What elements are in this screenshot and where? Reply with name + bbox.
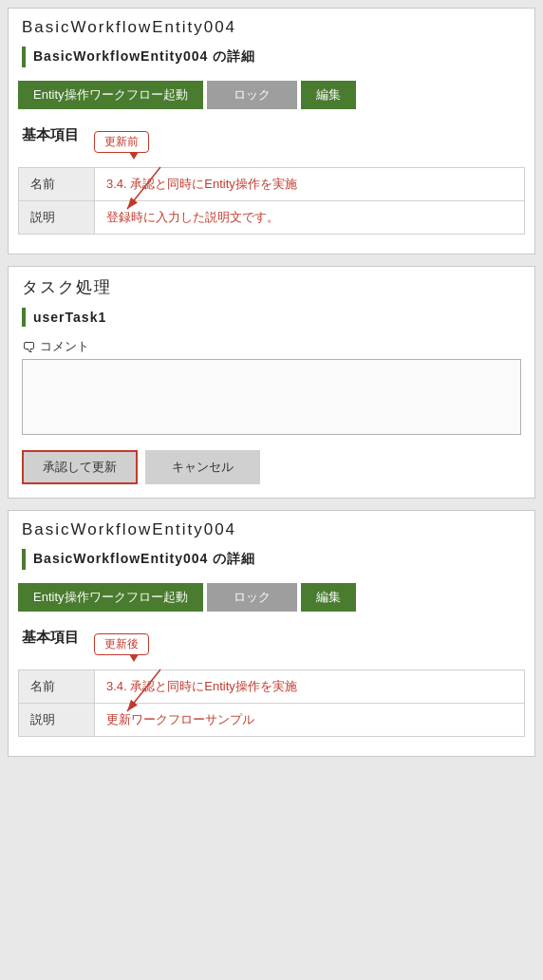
panel3-title: BasicWorkflowEntity004: [9, 511, 534, 545]
panel-after: BasicWorkflowEntity004 BasicWorkflowEnti…: [8, 510, 535, 757]
task-subtitle-bar: userTask1: [9, 304, 534, 334]
annotation-after-bubble: 更新後: [94, 633, 149, 655]
comment-icon: 🗨: [22, 339, 36, 355]
panel1-subtitle-bar: BasicWorkflowEntity004 の詳細: [9, 43, 534, 75]
panel1-table: 名前 3.4. 承認と同時にEntity操作を実施 説明 登録時に入力した説明文…: [18, 167, 525, 235]
task-title: タスク処理: [9, 267, 534, 304]
task-buttons: 承認して更新 キャンセル: [9, 444, 534, 498]
field-name-text: 3.4. 承認と同時にEntity操作を実施: [106, 177, 297, 191]
panel3-edit-button[interactable]: 編集: [301, 583, 356, 612]
panel3-fields-area: 更新後 名前 3.4. 承認と同時にEntity操作を実施 説明 更新ワークフロ…: [9, 652, 534, 756]
field-label-name-3: 名前: [19, 670, 95, 704]
field-value-name-3: 3.4. 承認と同時にEntity操作を実施: [95, 670, 525, 704]
field-label-name: 名前: [19, 168, 95, 201]
cancel-button[interactable]: キャンセル: [145, 450, 260, 484]
annotation-before-bubble: 更新前: [94, 131, 149, 153]
field-row-name: 名前 3.4. 承認と同時にEntity操作を実施: [19, 168, 525, 201]
panel1-accent: [22, 47, 26, 67]
panel1-subtitle: BasicWorkflowEntity004 の詳細: [33, 48, 255, 66]
field-row-name-3: 名前 3.4. 承認と同時にEntity操作を実施: [19, 670, 525, 704]
edit-button[interactable]: 編集: [301, 81, 356, 109]
field-desc-text-3: 更新ワークフローサンプル: [106, 712, 254, 726]
task-subtitle: userTask1: [33, 310, 106, 325]
field-desc-text: 登録時に入力した説明文です。: [106, 210, 279, 224]
panel1-title: BasicWorkflowEntity004: [9, 9, 534, 43]
lock-button[interactable]: ロック: [207, 81, 297, 109]
panel-before: BasicWorkflowEntity004 BasicWorkflowEnti…: [8, 8, 535, 254]
field-row-desc-3: 説明 更新ワークフローサンプル: [19, 704, 525, 737]
workflow-button[interactable]: Entity操作ワークフロー起動: [18, 81, 203, 109]
comment-label-text: コメント: [40, 338, 89, 355]
panel1-section: 基本項目: [9, 119, 534, 150]
comment-label: 🗨 コメント: [9, 334, 534, 359]
panel3-section: 基本項目: [9, 621, 534, 652]
panel3-subtitle-bar: BasicWorkflowEntity004 の詳細: [9, 545, 534, 577]
field-value-desc: 登録時に入力した説明文です。: [95, 201, 525, 235]
panel1-fields-area: 更新前 名前 3.4. 承認と同時にEntity操作を実施 説明 登録時に入力し…: [9, 150, 534, 254]
field-value-name: 3.4. 承認と同時にEntity操作を実施: [95, 168, 525, 201]
field-label-desc-3: 説明: [19, 704, 95, 737]
panel3-toolbar: Entity操作ワークフロー起動 ロック 編集: [9, 577, 534, 621]
comment-textarea[interactable]: [22, 359, 521, 435]
approve-button[interactable]: 承認して更新: [22, 450, 138, 484]
field-value-desc-3: 更新ワークフローサンプル: [95, 704, 525, 737]
panel3-subtitle: BasicWorkflowEntity004 の詳細: [33, 551, 255, 568]
task-accent: [22, 308, 26, 327]
field-name-text-3: 3.4. 承認と同時にEntity操作を実施: [106, 679, 297, 693]
panel1-toolbar: Entity操作ワークフロー起動 ロック 編集: [9, 75, 534, 119]
panel3-table: 名前 3.4. 承認と同時にEntity操作を実施 説明 更新ワークフローサンプ…: [18, 669, 525, 737]
panel3-lock-button[interactable]: ロック: [207, 583, 297, 612]
field-label-desc: 説明: [19, 201, 95, 235]
field-row-desc: 説明 登録時に入力した説明文です。: [19, 201, 525, 235]
panel3-workflow-button[interactable]: Entity操作ワークフロー起動: [18, 583, 203, 612]
panel3-accent: [22, 549, 26, 570]
panel-task: タスク処理 userTask1 🗨 コメント 承認して更新 キャンセル: [8, 266, 535, 499]
